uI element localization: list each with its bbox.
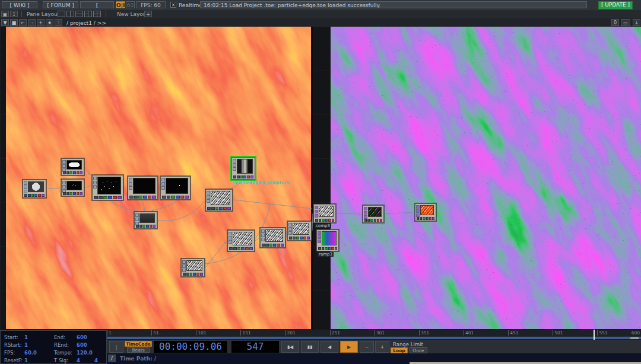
star-icon[interactable]: ★ xyxy=(46,19,53,26)
step-back-button[interactable]: − xyxy=(360,341,374,353)
field-value[interactable]: 60.0 xyxy=(24,350,37,356)
operator-node[interactable] xyxy=(181,258,205,277)
node-flags-left[interactable] xyxy=(318,231,320,244)
operator-node[interactable] xyxy=(134,212,157,229)
play-forward-button[interactable]: ▶ xyxy=(340,341,358,353)
beats-mode-button[interactable]: Beats xyxy=(127,347,150,353)
node-flags-bottom[interactable] xyxy=(229,247,253,250)
midi-io-indicator[interactable]: O|I xyxy=(116,1,125,8)
operator-node[interactable] xyxy=(23,180,46,198)
node-flags-bottom[interactable] xyxy=(233,175,253,178)
operator-node[interactable] xyxy=(128,176,158,200)
node-flags-left[interactable] xyxy=(161,178,164,190)
operator-node[interactable] xyxy=(260,228,285,248)
play-reverse-button[interactable]: ◀ xyxy=(320,341,338,353)
field-value[interactable]: 1 xyxy=(24,357,28,363)
operator-node[interactable] xyxy=(92,175,123,200)
pane-menu-dropdown-icon[interactable]: ▼ xyxy=(1,19,9,26)
node-flags-left[interactable] xyxy=(135,213,138,226)
playhead[interactable] xyxy=(594,330,595,340)
node-flags-bottom[interactable] xyxy=(162,196,189,199)
network-editor[interactable]: michelangelo_sculpturecomp3ramp3 xyxy=(0,27,641,330)
node-flags-bottom[interactable] xyxy=(318,247,337,250)
field-value[interactable]: 120.0 xyxy=(77,350,93,356)
node-flags-left[interactable] xyxy=(364,207,367,219)
time-path-root-button[interactable]: / xyxy=(108,355,116,362)
node-flags-left[interactable] xyxy=(288,223,291,235)
node-flags-bottom[interactable] xyxy=(262,244,284,247)
field-value[interactable]: 600 xyxy=(77,342,87,348)
operator-node-ramp3[interactable] xyxy=(316,229,339,251)
operator-node[interactable] xyxy=(61,179,84,196)
node-flags-left[interactable] xyxy=(182,260,185,273)
field-value[interactable]: 4 xyxy=(94,357,98,363)
node-flags-left[interactable] xyxy=(93,177,96,189)
collapse-icon[interactable]: ↓ xyxy=(633,19,640,26)
step-forward-button[interactable]: + xyxy=(375,341,389,353)
node-flags-bottom[interactable] xyxy=(63,171,82,174)
window-icon[interactable]: ▭ xyxy=(621,19,630,26)
node-flags-left[interactable] xyxy=(62,160,65,173)
pane-divider[interactable] xyxy=(312,27,313,330)
node-flags-bottom[interactable] xyxy=(417,217,434,220)
fps-indicator[interactable]: FPS: 60 xyxy=(136,1,166,8)
stop-icon[interactable]: ■ xyxy=(10,19,18,26)
back-arrow-icon[interactable]: ← xyxy=(19,19,27,26)
layout-preset-single[interactable] xyxy=(58,11,65,17)
operator-node[interactable] xyxy=(415,203,436,221)
range-end-handle[interactable] xyxy=(630,337,639,339)
node-flags-left[interactable] xyxy=(315,206,318,218)
operator-node[interactable] xyxy=(160,176,191,200)
wiki-button[interactable]: [ WIKI ] xyxy=(2,1,37,8)
operator-node[interactable] xyxy=(227,230,255,251)
layout-preset-quad[interactable] xyxy=(93,11,101,17)
panes-icon[interactable]: ▣ xyxy=(1,11,9,17)
add-bookmark-icon[interactable]: + xyxy=(37,19,45,26)
children-count-button[interactable]: 0 xyxy=(611,19,619,26)
field-value[interactable]: 4 xyxy=(77,357,80,363)
add-layout-button[interactable]: + xyxy=(144,11,152,17)
network-path-breadcrumb[interactable]: / project1 / >> xyxy=(66,20,106,26)
node-flags-bottom[interactable] xyxy=(207,207,231,210)
node-flags-left[interactable] xyxy=(416,205,419,218)
layout-preset-vsplit[interactable] xyxy=(66,11,74,17)
node-flags-left[interactable] xyxy=(62,181,65,193)
field-value[interactable]: 1 xyxy=(24,334,28,340)
node-flags-bottom[interactable] xyxy=(136,225,156,228)
timeline-options-button[interactable]: | xyxy=(109,341,123,353)
forward-arrow-icon[interactable]: → xyxy=(28,19,36,26)
node-flags-bottom[interactable] xyxy=(289,237,310,240)
operator-node[interactable] xyxy=(287,221,312,241)
operator-node-comp3[interactable] xyxy=(313,204,336,223)
operator-node[interactable] xyxy=(363,205,384,223)
realtime-checkbox[interactable]: × xyxy=(170,2,176,8)
update-button[interactable]: [ UPDATE ] xyxy=(598,1,633,9)
pause-button[interactable]: ▮▮ xyxy=(301,341,319,353)
node-flags-bottom[interactable] xyxy=(94,196,122,199)
loop-button[interactable]: Loop xyxy=(391,347,408,353)
field-value[interactable]: 600 xyxy=(77,334,87,340)
forum-button[interactable]: [ FORUM ] xyxy=(43,1,78,8)
node-flags-bottom[interactable] xyxy=(364,219,382,222)
node-flags-left[interactable] xyxy=(24,181,27,194)
up-level-icon[interactable]: ↑ xyxy=(55,19,62,26)
once-button[interactable]: Once xyxy=(410,347,427,353)
layout-preset-hsplit[interactable] xyxy=(75,11,83,17)
node-flags-bottom[interactable] xyxy=(24,194,45,197)
operator-node[interactable] xyxy=(205,189,233,211)
node-flags-bottom[interactable] xyxy=(315,219,334,222)
timecode-mode-button[interactable]: TimeCode xyxy=(125,341,152,347)
tutorials-button[interactable]: [ TUTORIALS ] xyxy=(80,1,114,8)
node-flags-bottom[interactable] xyxy=(63,192,82,195)
operator-node[interactable] xyxy=(61,158,84,175)
node-flags-bottom[interactable] xyxy=(129,196,156,199)
layout-preset-three[interactable] xyxy=(84,11,92,17)
node-flags-left[interactable] xyxy=(207,191,210,203)
import-icon[interactable]: ↧ xyxy=(10,11,18,17)
field-value[interactable]: 1 xyxy=(24,342,28,348)
jump-to-start-button[interactable]: ▮◀ xyxy=(281,341,299,353)
node-flags-left[interactable] xyxy=(129,178,132,190)
node-flags-left[interactable] xyxy=(261,229,264,242)
node-flags-left[interactable] xyxy=(233,159,236,171)
operator-node-michelangelo_sculpture[interactable] xyxy=(231,157,255,180)
